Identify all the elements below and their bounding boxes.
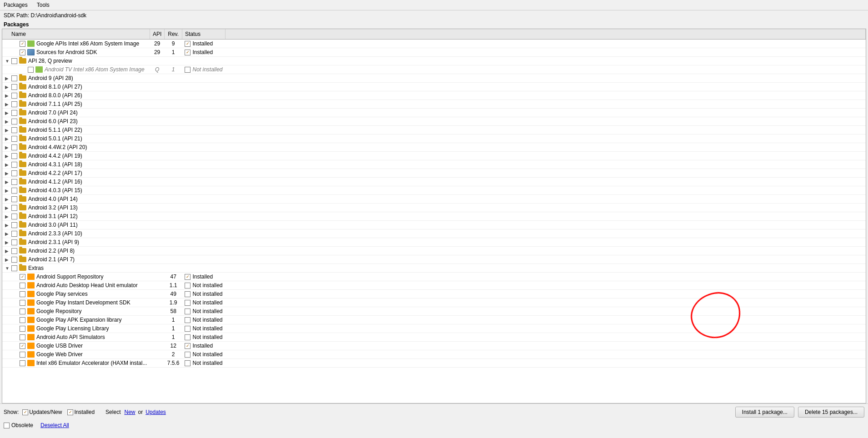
toggle-icon[interactable]: ▶ <box>5 110 10 115</box>
row-checkbox[interactable] <box>11 239 17 245</box>
toggle-icon[interactable]: ▶ <box>5 249 10 254</box>
row-checkbox[interactable] <box>20 274 25 280</box>
row-checkbox[interactable] <box>11 179 17 185</box>
updates-new-checkbox[interactable] <box>22 409 28 415</box>
deselect-all-link[interactable]: Deselect All <box>40 422 69 428</box>
toggle-icon[interactable]: ▶ <box>5 128 10 133</box>
updates-link[interactable]: Updates <box>146 409 166 415</box>
table-cell-extra <box>226 134 866 143</box>
table-cell-rev: 2 <box>165 350 182 359</box>
row-checkbox[interactable] <box>20 334 25 340</box>
row-checkbox[interactable] <box>20 300 25 306</box>
menu-tools[interactable]: Tools <box>35 1 51 9</box>
col-header-rev[interactable]: Rev. <box>165 29 182 40</box>
packages-table-container[interactable]: Name API Rev. Status Google APIs Intel x… <box>2 29 866 403</box>
toggle-icon[interactable]: ▶ <box>5 179 10 184</box>
row-checkbox[interactable] <box>11 188 17 194</box>
row-checkbox[interactable] <box>11 58 17 64</box>
row-name-text: Android 4.2.2 (API 17) <box>28 170 82 176</box>
table-cell-extra <box>226 83 866 91</box>
row-checkbox[interactable] <box>11 170 17 176</box>
table-cell-extra <box>226 229 866 238</box>
toggle-icon[interactable]: ▼ <box>5 266 10 271</box>
col-header-status[interactable]: Status <box>182 29 225 40</box>
row-checkbox[interactable] <box>20 343 25 349</box>
toggle-icon[interactable]: ▶ <box>5 136 10 141</box>
table-cell-status <box>182 229 225 238</box>
table-cell-rev <box>165 126 182 134</box>
toggle-icon[interactable]: ▶ <box>5 162 10 167</box>
row-checkbox[interactable] <box>11 248 17 254</box>
table-cell-status <box>182 212 225 221</box>
row-checkbox[interactable] <box>20 317 25 323</box>
row-checkbox[interactable] <box>11 84 17 90</box>
table-cell-status: Not installed <box>182 359 225 368</box>
toggle-icon[interactable]: ▶ <box>5 154 10 159</box>
row-checkbox[interactable] <box>11 144 17 150</box>
row-checkbox[interactable] <box>11 265 17 271</box>
row-checkbox[interactable] <box>11 127 17 133</box>
toggle-icon[interactable]: ▶ <box>5 85 10 90</box>
row-checkbox[interactable] <box>11 101 17 107</box>
row-checkbox[interactable] <box>11 257 17 263</box>
row-checkbox[interactable] <box>20 50 25 55</box>
row-checkbox[interactable] <box>20 360 25 366</box>
row-checkbox[interactable] <box>11 214 17 219</box>
table-row: ▶Android 3.1 (API 12) <box>2 212 866 221</box>
row-checkbox[interactable] <box>20 283 25 289</box>
toggle-icon[interactable]: ▶ <box>5 214 10 219</box>
toggle-icon[interactable]: ▶ <box>5 76 10 81</box>
toggle-icon[interactable]: ▶ <box>5 93 10 98</box>
menu-packages[interactable]: Packages <box>2 1 30 9</box>
toggle-icon[interactable]: ▶ <box>5 231 10 236</box>
row-name-text: Android Auto Desktop Head Unit emulator <box>36 282 138 289</box>
folder-icon <box>19 265 26 271</box>
row-checkbox[interactable] <box>20 309 25 314</box>
toggle-icon[interactable]: ▼ <box>5 59 10 64</box>
row-checkbox[interactable] <box>11 119 17 124</box>
row-checkbox[interactable] <box>20 41 25 47</box>
table-cell-extra <box>226 152 866 160</box>
toggle-icon[interactable]: ▶ <box>5 145 10 150</box>
row-checkbox[interactable] <box>11 162 17 168</box>
toggle-icon[interactable]: ▶ <box>5 205 10 210</box>
toggle-icon[interactable]: ▶ <box>5 257 10 262</box>
folder-icon <box>19 170 26 176</box>
toggle-icon[interactable]: ▶ <box>5 188 10 193</box>
row-checkbox[interactable] <box>20 291 25 297</box>
status-checkbox <box>185 343 191 349</box>
install-button[interactable]: Install 1 package... <box>735 407 794 418</box>
row-checkbox[interactable] <box>11 153 17 159</box>
row-checkbox[interactable] <box>20 326 25 332</box>
row-checkbox[interactable] <box>11 222 17 228</box>
row-checkbox[interactable] <box>11 110 17 116</box>
table-cell-rev <box>165 169 182 178</box>
sdk-path-label: SDK Path: <box>4 12 29 19</box>
row-checkbox[interactable] <box>28 67 34 73</box>
table-cell-name: ▶Android 5.1.1 (API 22) <box>2 126 150 134</box>
new-link[interactable]: New <box>124 409 135 415</box>
row-checkbox[interactable] <box>11 196 17 202</box>
obsolete-checkbox[interactable] <box>4 423 10 428</box>
row-checkbox[interactable] <box>20 352 25 358</box>
col-header-api[interactable]: API <box>150 29 164 40</box>
toggle-icon[interactable]: ▶ <box>5 171 10 176</box>
table-cell-status <box>182 169 225 178</box>
folder-icon <box>19 214 26 219</box>
row-checkbox[interactable] <box>11 231 17 237</box>
row-checkbox[interactable] <box>11 136 17 142</box>
table-cell-api <box>150 186 164 195</box>
table-cell-name: Google USB Driver <box>2 342 150 350</box>
row-checkbox[interactable] <box>11 93 17 99</box>
toggle-icon[interactable]: ▶ <box>5 223 10 228</box>
col-header-name[interactable]: Name <box>2 29 150 40</box>
row-checkbox[interactable] <box>11 75 17 81</box>
installed-checkbox[interactable] <box>67 409 73 415</box>
toggle-icon[interactable]: ▶ <box>5 197 10 202</box>
toggle-icon[interactable]: ▶ <box>5 240 10 245</box>
row-checkbox[interactable] <box>11 205 17 211</box>
toggle-icon[interactable]: ▶ <box>5 102 10 107</box>
table-cell-rev <box>165 204 182 212</box>
delete-button[interactable]: Delete 15 packages... <box>798 407 864 418</box>
toggle-icon[interactable]: ▶ <box>5 119 10 124</box>
